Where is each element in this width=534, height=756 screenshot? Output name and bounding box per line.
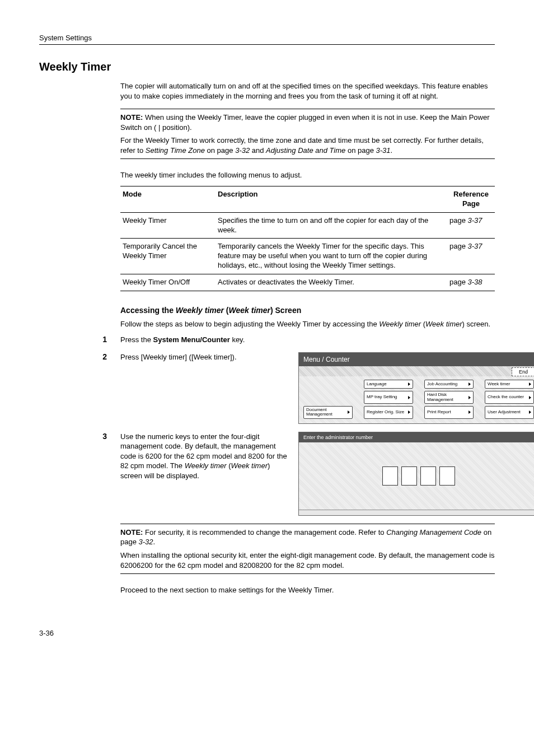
code-digit-box[interactable]: [401, 466, 417, 486]
intro-paragraph: The copier will automatically turn on an…: [120, 81, 495, 101]
note1-p2b: on page: [205, 146, 235, 155]
closing-paragraph: Proceed to the next section to make sett…: [120, 585, 495, 595]
cell-ref: page 3-38: [447, 274, 495, 291]
code-digit-box[interactable]: [439, 466, 455, 486]
th-mode: Mode: [120, 186, 216, 212]
step-3: 3Use the numeric keys to enter the four-…: [39, 432, 495, 516]
mp-tray-setting-button[interactable]: MP tray Setting: [364, 391, 413, 404]
chevron-right-icon: [408, 382, 410, 386]
note-block-1: NOTE: When using the Weekly Timer, leave…: [120, 109, 495, 159]
screen-title: Menu / Counter: [299, 353, 534, 366]
end-button[interactable]: End: [512, 367, 534, 376]
note-label: NOTE:: [120, 113, 143, 122]
step-2: 2Press [Weekly timer] ([Week timer]).Men…: [39, 352, 495, 424]
step-text: Use the numeric keys to enter the four-d…: [120, 432, 288, 481]
cell-desc: Activates or deactivates the Weekly Time…: [216, 274, 447, 291]
code-digit-box[interactable]: [420, 466, 436, 486]
note1-pg2: 3-31: [376, 146, 391, 155]
week-timer-button[interactable]: Week timer: [485, 380, 534, 389]
table-row: Weekly Timer On/Off Activates or deactiv…: [120, 274, 495, 291]
th-ref2: Page: [462, 199, 480, 208]
th-desc: Description: [216, 186, 447, 212]
note-block-2: NOTE: For security, it is recommended to…: [120, 524, 495, 574]
th-ref: Reference Page: [447, 186, 495, 212]
cell-desc: Specifies the time to turn on and off th…: [216, 212, 447, 239]
admin-number-screen: Enter the administrator number: [298, 432, 534, 516]
running-head: System Settings: [39, 34, 495, 42]
chevron-right-icon: [469, 410, 471, 414]
table-row: Weekly Timer Specifies the time to turn …: [120, 212, 495, 239]
print-report-button[interactable]: Print Report: [424, 406, 474, 419]
user-adjustment-button[interactable]: User Adjustment: [485, 406, 534, 419]
note1-ref2: Adjusting Date and Time: [266, 146, 345, 155]
section-title: Weekly Timer: [39, 60, 495, 73]
note1-p2e: .: [391, 146, 393, 155]
step-number: 2: [39, 352, 120, 361]
document-management-button[interactable]: Document Management: [303, 406, 353, 419]
subhead-para: Follow the steps as below to begin adjus…: [120, 319, 495, 329]
chevron-right-icon: [529, 396, 531, 399]
table-row: Temporarily Cancel the Weekly Timer Temp…: [120, 239, 495, 274]
chevron-right-icon: [469, 382, 471, 386]
cell-mode: Weekly Timer On/Off: [120, 274, 216, 291]
cell-ref: page 3-37: [447, 239, 495, 274]
cell-mode: Weekly Timer: [120, 212, 216, 239]
menu-counter-screen: Menu / CounterEndLanguageJob AccountingW…: [298, 352, 534, 424]
cell-mode: Temporarily Cancel the Weekly Timer: [120, 239, 216, 274]
note1-pg1: 3-32: [235, 146, 250, 155]
job-accounting-button[interactable]: Job Accounting: [424, 380, 474, 389]
note1-p2: For the Weekly Timer to work correctly, …: [120, 136, 495, 155]
step-number: 3: [39, 432, 120, 441]
hard-disk-management-button[interactable]: Hard Disk Management: [424, 391, 474, 404]
chevron-right-icon: [529, 410, 531, 414]
language-button[interactable]: Language: [364, 380, 413, 389]
chevron-right-icon: [529, 382, 531, 386]
cell-ref: page 3-37: [447, 212, 495, 239]
register-orig-size-button[interactable]: Register Orig. Size: [364, 406, 413, 419]
note1-p2d: on page: [345, 146, 376, 155]
chevron-right-icon: [348, 410, 350, 414]
check-counter-button[interactable]: Check the counter: [485, 391, 534, 404]
chevron-right-icon: [408, 396, 410, 399]
step-number: 1: [39, 335, 120, 344]
cell-desc: Temporarily cancels the Weekly Timer for…: [216, 239, 447, 274]
head-rule: [39, 44, 495, 45]
page-number: 3-36: [39, 629, 495, 637]
step-text: Press [Weekly timer] ([Week timer]).: [120, 352, 288, 362]
chevron-right-icon: [408, 410, 410, 414]
code-digit-box[interactable]: [382, 466, 398, 486]
th-ref1: Reference: [453, 190, 489, 198]
note1-p1: When using the Weekly Timer, leave the c…: [120, 113, 490, 132]
step-1: 1Press the System Menu/Counter key.: [39, 335, 495, 345]
table-intro: The weekly timer includes the following …: [120, 170, 495, 180]
chevron-right-icon: [469, 396, 471, 399]
modes-table: Mode Description Reference Page Weekly T…: [120, 186, 495, 291]
screen-title: Enter the administrator number: [299, 432, 534, 442]
note1-ref1: Setting Time Zone: [146, 146, 205, 155]
step-body: Press the System Menu/Counter key.: [120, 335, 495, 345]
note1-p2c: and: [250, 146, 266, 155]
subheading: Accessing the Weekly timer (Week timer) …: [120, 306, 495, 315]
